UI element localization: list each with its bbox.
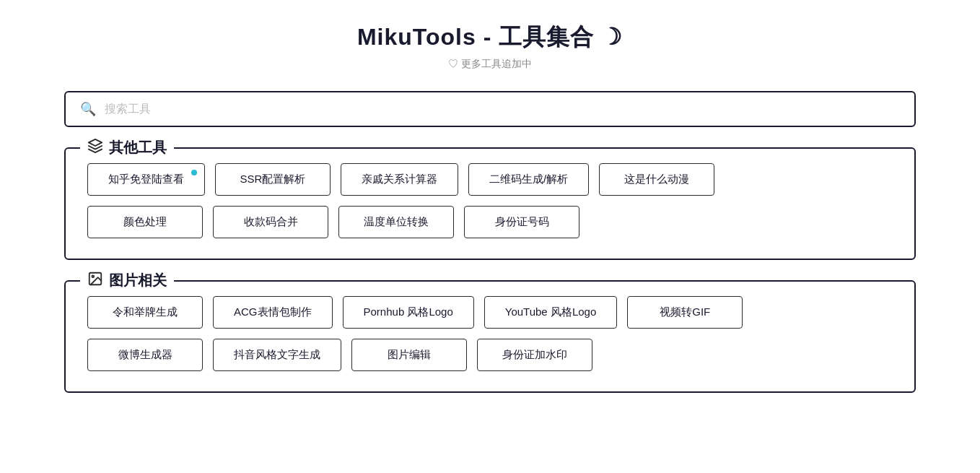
tool-row-image-tools-0: 令和举牌生成ACG表情包制作Pornhub 风格LogoYouTube 风格Lo… [87, 296, 893, 329]
section-title-image-tools: 图片相关 [109, 271, 167, 290]
search-input[interactable] [105, 103, 900, 116]
svg-point-2 [92, 275, 94, 277]
tool-btn-身份证加水印[interactable]: 身份证加水印 [477, 339, 592, 371]
image-icon [87, 271, 103, 290]
page-title: MikuTools - 工具集合 ☽ [64, 22, 916, 53]
tool-btn-YouTube-风格Logo[interactable]: YouTube 风格Logo [484, 296, 617, 329]
tool-btn-身份证号码[interactable]: 身份证号码 [464, 206, 579, 238]
tool-btn-亲戚关系计算器[interactable]: 亲戚关系计算器 [341, 163, 458, 196]
tool-btn-视频转GIF[interactable]: 视频转GIF [627, 296, 743, 329]
tool-btn-二维码生成/解析[interactable]: 二维码生成/解析 [468, 163, 589, 196]
tool-row-other-tools-1: 颜色处理收款码合并温度单位转换身份证号码 [87, 206, 893, 238]
section-image-tools: 图片相关令和举牌生成ACG表情包制作Pornhub 风格LogoYouTube … [64, 280, 916, 393]
section-title-wrapper-other-tools: 其他工具 [80, 138, 174, 157]
tool-btn-Pornhub-风格Logo[interactable]: Pornhub 风格Logo [343, 296, 474, 329]
search-bar: 🔍 [64, 91, 916, 127]
section-title-wrapper-image-tools: 图片相关 [80, 271, 174, 290]
tool-btn-微博生成器[interactable]: 微博生成器 [87, 339, 203, 371]
section-title-other-tools: 其他工具 [109, 138, 167, 157]
tool-row-image-tools-1: 微博生成器抖音风格文字生成图片编辑身份证加水印 [87, 339, 893, 371]
tool-btn-SSR配置解析[interactable]: SSR配置解析 [215, 163, 331, 196]
page-header: MikuTools - 工具集合 ☽ ♡ 更多工具追加中 [64, 22, 916, 71]
tool-btn-温度单位转换[interactable]: 温度单位转换 [338, 206, 454, 238]
tool-btn-颜色处理[interactable]: 颜色处理 [87, 206, 203, 238]
tool-btn-知乎免登陆查看[interactable]: 知乎免登陆查看 [87, 163, 205, 196]
tool-btn-ACG表情包制作[interactable]: ACG表情包制作 [213, 296, 333, 329]
tool-btn-图片编辑[interactable]: 图片编辑 [351, 339, 467, 371]
section-other-tools: 其他工具知乎免登陆查看SSR配置解析亲戚关系计算器二维码生成/解析这是什么动漫颜… [64, 147, 916, 260]
tool-btn-收款码合并[interactable]: 收款码合并 [213, 206, 328, 238]
tool-row-other-tools-0: 知乎免登陆查看SSR配置解析亲戚关系计算器二维码生成/解析这是什么动漫 [87, 163, 893, 196]
search-icon: 🔍 [80, 101, 96, 117]
svg-marker-0 [89, 139, 102, 146]
tool-btn-这是什么动漫[interactable]: 这是什么动漫 [599, 163, 714, 196]
tool-btn-令和举牌生成[interactable]: 令和举牌生成 [87, 296, 203, 329]
tool-btn-抖音风格文字生成[interactable]: 抖音风格文字生成 [213, 339, 341, 371]
page-subtitle: ♡ 更多工具追加中 [64, 58, 916, 71]
layers-icon [87, 138, 103, 157]
